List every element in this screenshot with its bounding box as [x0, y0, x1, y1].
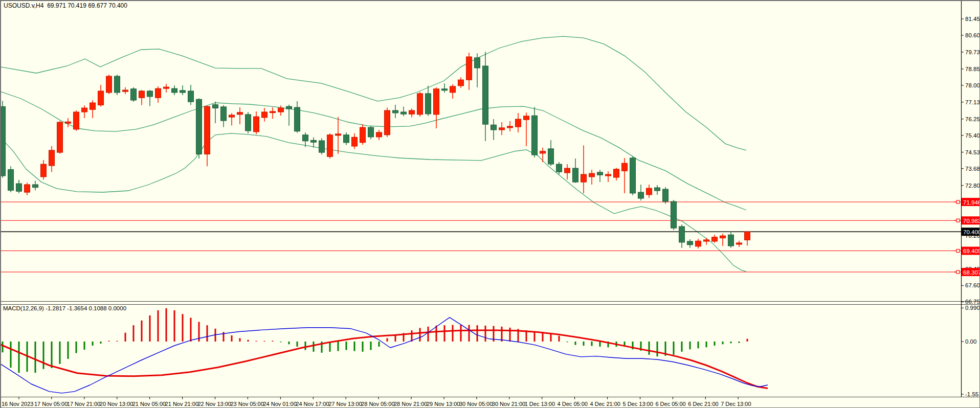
candle [385, 107, 390, 137]
date-label: 28 Nov 21:00 [394, 401, 427, 407]
candle [671, 200, 677, 230]
candle-body [221, 107, 227, 121]
candle-body [687, 241, 693, 245]
candle-body [16, 184, 22, 191]
candle [417, 92, 423, 117]
price-tick-label: 80.605 [965, 32, 980, 38]
candle [115, 75, 120, 95]
date-label: 21 Nov 21:00 [165, 401, 198, 407]
date-label: 6 Dec 05:00 [655, 401, 685, 407]
price-badge-label: 70.983 [963, 218, 980, 224]
candle [319, 138, 325, 154]
candle-body [336, 134, 341, 135]
candle [1, 101, 6, 178]
candle-body [368, 127, 374, 137]
candle [106, 75, 112, 94]
candle-body [115, 76, 120, 93]
candle-body [246, 115, 251, 131]
candle [630, 156, 636, 195]
date-label: 7 Dec 13:00 [721, 401, 751, 407]
date-label: 1 Dec 13:00 [525, 401, 555, 407]
candle-body [737, 243, 742, 244]
date-label: 24 Nov 01:00 [263, 401, 296, 407]
candle-body [311, 140, 317, 142]
candle-body [712, 237, 718, 241]
date-label: 29 Nov 13:00 [427, 401, 460, 407]
candle-body [442, 89, 448, 90]
candle-body [417, 94, 423, 115]
candle-body [123, 90, 128, 92]
date-label: 28 Nov 05:00 [361, 401, 394, 407]
candle-body [475, 58, 480, 68]
candle-body [1, 107, 6, 176]
candle-body [8, 170, 14, 191]
candle-body [458, 80, 464, 86]
candle-body [532, 116, 538, 155]
candle-body [180, 90, 186, 93]
candle-body [106, 76, 112, 93]
level-marker-square[interactable] [956, 270, 960, 274]
price-tick-label: 67.605 [965, 282, 980, 288]
level-marker-square[interactable] [956, 200, 960, 203]
candle-body [57, 122, 63, 152]
candle-body [589, 173, 595, 177]
candle-body [393, 110, 398, 113]
candle-body [671, 201, 677, 228]
price-tick-label: 74.530 [965, 149, 980, 155]
candle-body [155, 88, 161, 98]
price-tick-label: 73.680 [965, 166, 980, 172]
candle-body [205, 106, 210, 154]
date-label: 22 Nov 13:00 [198, 401, 231, 407]
candle-body [49, 150, 55, 166]
date-label: 5 Dec 13:00 [623, 401, 653, 407]
candle-body [25, 185, 30, 192]
date-label: 4 Dec 21:00 [590, 401, 620, 407]
candle-body [647, 188, 652, 195]
candle-body [565, 168, 570, 173]
candle [360, 124, 366, 145]
date-label: 30 Nov 05:00 [459, 401, 493, 407]
candle-body [33, 185, 38, 188]
price-tick-label: 72.805 [965, 183, 980, 189]
price-tick-label: 77.130 [965, 99, 980, 105]
candle-body [704, 240, 709, 241]
candle-body [164, 87, 169, 88]
candle-body [606, 174, 611, 176]
candle-body [254, 117, 259, 132]
candle-body [548, 149, 554, 164]
candle-body [622, 163, 628, 171]
price-tick-label: 75.405 [965, 132, 980, 139]
date-label: 30 Nov 21:00 [492, 401, 525, 407]
candle [196, 98, 202, 158]
candle-body [147, 91, 153, 97]
candle-body [401, 112, 407, 114]
candle [246, 112, 251, 133]
candle-body [172, 88, 177, 93]
price-tick-label: 81.455 [965, 16, 980, 22]
candle-body [41, 164, 47, 177]
date-label: 21 Nov 05:00 [132, 401, 166, 407]
date-label: 16 Nov 2023 [2, 401, 33, 407]
candle-body [327, 135, 333, 157]
candle-body [630, 158, 636, 193]
candle-body [516, 119, 521, 127]
candle-body [745, 232, 750, 240]
date-label: 27 Nov 13:00 [328, 401, 362, 407]
candle-body [237, 112, 243, 115]
candle-body [319, 141, 325, 152]
level-marker-square[interactable] [956, 250, 960, 253]
level-marker-square[interactable] [956, 219, 960, 222]
price-tick-label: 79.730 [965, 49, 980, 55]
macd-indicator-label: MACD(12,26,9) -1.2817 -1.3654 0.1088 0.0… [3, 305, 126, 311]
candle-body [679, 226, 685, 242]
candle [327, 133, 333, 158]
candle-body [663, 189, 669, 201]
candle-body [376, 132, 382, 137]
candle-body [213, 105, 218, 108]
candle [663, 187, 669, 204]
macd-tick-label: 0.9902 [965, 305, 980, 311]
candle-body [524, 116, 529, 120]
candle-body [507, 126, 513, 128]
chart-canvas[interactable]: 81.45580.60579.73078.85578.00577.13076.2… [1, 1, 980, 408]
chart-background[interactable] [1, 1, 980, 408]
